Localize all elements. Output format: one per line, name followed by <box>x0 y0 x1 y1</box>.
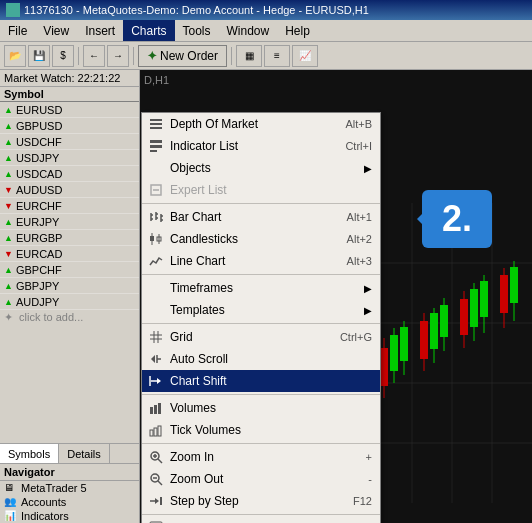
separator-3 <box>142 323 380 324</box>
svg-rect-47 <box>150 145 162 148</box>
symbol-row[interactable]: ▲ USDCAD <box>0 166 139 182</box>
menu-item-properties[interactable]: Properties... F8 <box>142 517 380 523</box>
symbol-name: EURCHF <box>16 200 62 212</box>
menu-item-tick-volumes[interactable]: Tick Volumes <box>142 419 380 441</box>
submenu-arrow-icon: ▶ <box>364 283 372 294</box>
svg-rect-72 <box>150 407 153 414</box>
symbol-table: Symbol ▲ EURUSD ▲ GBPUSD ▲ USDCHF ▲ USDJ… <box>0 87 139 443</box>
symbol-column-header: Symbol <box>0 87 139 102</box>
nav-item-accounts[interactable]: 👥 Accounts <box>0 495 139 509</box>
symbol-row[interactable]: ▼ EURCAD <box>0 246 139 262</box>
svg-rect-76 <box>154 428 157 436</box>
toolbar-btn-1[interactable]: 📂 <box>4 45 26 67</box>
computer-icon: 🖥 <box>4 482 18 494</box>
menu-charts[interactable]: Charts <box>123 20 174 41</box>
expert-list-icon <box>148 182 164 198</box>
bar-chart-icon <box>148 209 164 225</box>
toolbar-chart-btn-1[interactable]: ▦ <box>236 45 262 67</box>
chart-label: D,H1 <box>144 74 169 86</box>
tab-details[interactable]: Details <box>59 444 110 463</box>
symbol-row[interactable]: ▲ EURGBP <box>0 230 139 246</box>
app-icon <box>6 3 20 17</box>
menu-insert[interactable]: Insert <box>77 20 123 41</box>
svg-rect-24 <box>390 335 398 371</box>
symbol-row[interactable]: ▲ GBPCHF <box>0 262 139 278</box>
symbol-name: EURCAD <box>16 248 62 260</box>
toolbar-chart-btn-3[interactable]: 📈 <box>292 45 318 67</box>
menu-tools[interactable]: Tools <box>175 20 219 41</box>
title-bar: 11376130 - MetaQuotes-Demo: Demo Account… <box>0 0 532 20</box>
arrow-up-icon: ▲ <box>4 153 13 163</box>
menu-item-grid[interactable]: Grid Ctrl+G <box>142 326 380 348</box>
menu-item-auto-scroll[interactable]: Auto Scroll <box>142 348 380 370</box>
svg-rect-45 <box>150 127 162 129</box>
svg-rect-42 <box>510 267 518 303</box>
symbol-row[interactable]: ▲ AUDJPY <box>0 294 139 310</box>
menu-item-timeframes[interactable]: Timeframes ▶ <box>142 277 380 299</box>
menu-item-indicator-list[interactable]: Indicator List Ctrl+I <box>142 135 380 157</box>
menu-help[interactable]: Help <box>277 20 318 41</box>
menu-item-candlesticks[interactable]: Candlesticks Alt+2 <box>142 228 380 250</box>
svg-rect-40 <box>500 275 508 313</box>
navigator-header: Navigator <box>0 464 139 481</box>
arrow-down-icon: ▼ <box>4 201 13 211</box>
menu-item-line-chart[interactable]: Line Chart Alt+3 <box>142 250 380 272</box>
symbol-row[interactable]: ▲ USDJPY <box>0 150 139 166</box>
menu-item-step-by-step[interactable]: Step by Step F12 <box>142 490 380 512</box>
title-text: 11376130 - MetaQuotes-Demo: Demo Account… <box>24 4 369 16</box>
arrow-down-icon: ▼ <box>4 185 13 195</box>
charts-dropdown-menu: Depth Of Market Alt+B Indicator List Ctr… <box>141 112 381 523</box>
zoom-out-icon <box>148 471 164 487</box>
auto-scroll-icon <box>148 351 164 367</box>
menu-item-zoom-in[interactable]: Zoom In + <box>142 446 380 468</box>
svg-rect-44 <box>150 123 162 125</box>
toolbar-btn-4[interactable]: ← <box>83 45 105 67</box>
left-panel: Market Watch: 22:21:22 Symbol ▲ EURUSD ▲… <box>0 70 140 523</box>
toolbar-btn-3[interactable]: $ <box>52 45 74 67</box>
tab-symbols[interactable]: Symbols <box>0 444 59 463</box>
symbol-name: AUDJPY <box>16 296 59 308</box>
menu-window[interactable]: Window <box>219 20 278 41</box>
svg-rect-75 <box>150 430 153 436</box>
toolbar-chart-btn-2[interactable]: ≡ <box>264 45 290 67</box>
menu-item-templates[interactable]: Templates ▶ <box>142 299 380 321</box>
toolbar-btn-5[interactable]: → <box>107 45 129 67</box>
symbol-row[interactable]: ▲ GBPUSD <box>0 118 139 134</box>
market-watch-title: Market Watch: 22:21:22 <box>4 72 120 84</box>
nav-item-indicators[interactable]: 📊 Indicators <box>0 509 139 523</box>
dom-icon <box>148 116 164 132</box>
symbol-row[interactable]: ▲ GBPJPY <box>0 278 139 294</box>
svg-rect-61 <box>150 236 154 241</box>
menu-item-bar-chart[interactable]: Bar Chart Alt+1 <box>142 206 380 228</box>
symbol-name: AUDUSD <box>16 184 62 196</box>
menu-item-chart-shift[interactable]: Chart Shift <box>142 370 380 392</box>
menu-item-volumes[interactable]: Volumes <box>142 397 380 419</box>
svg-rect-48 <box>150 150 157 152</box>
chart-shift-icon <box>148 373 164 389</box>
new-order-button[interactable]: ✦ New Order <box>138 45 227 67</box>
symbol-row[interactable]: ▲ EURUSD <box>0 102 139 118</box>
symbol-row[interactable]: ▲ EURJPY <box>0 214 139 230</box>
toolbar-btn-2[interactable]: 💾 <box>28 45 50 67</box>
add-symbol-button[interactable]: ✦ click to add... <box>0 310 139 325</box>
indicator-list-icon <box>148 138 164 154</box>
svg-rect-30 <box>430 313 438 349</box>
menu-file[interactable]: File <box>0 20 35 41</box>
menu-item-zoom-out[interactable]: Zoom Out - <box>142 468 380 490</box>
svg-rect-77 <box>158 426 161 436</box>
nav-item-metatrader[interactable]: 🖥 MetaTrader 5 <box>0 481 139 495</box>
svg-rect-22 <box>380 348 388 386</box>
bottom-tabs: Symbols Details <box>0 443 139 463</box>
menu-item-objects[interactable]: Objects ▶ <box>142 157 380 179</box>
arrow-up-icon: ▲ <box>4 265 13 275</box>
menu-view[interactable]: View <box>35 20 77 41</box>
separator-5 <box>142 443 380 444</box>
arrow-up-icon: ▲ <box>4 297 13 307</box>
symbol-row[interactable]: ▲ USDCHF <box>0 134 139 150</box>
symbol-row[interactable]: ▼ EURCHF <box>0 198 139 214</box>
symbol-row[interactable]: ▼ AUDUSD <box>0 182 139 198</box>
separator-4 <box>142 394 380 395</box>
menu-item-depth-of-market[interactable]: Depth Of Market Alt+B <box>142 113 380 135</box>
svg-rect-73 <box>154 405 157 414</box>
svg-rect-74 <box>158 403 161 414</box>
